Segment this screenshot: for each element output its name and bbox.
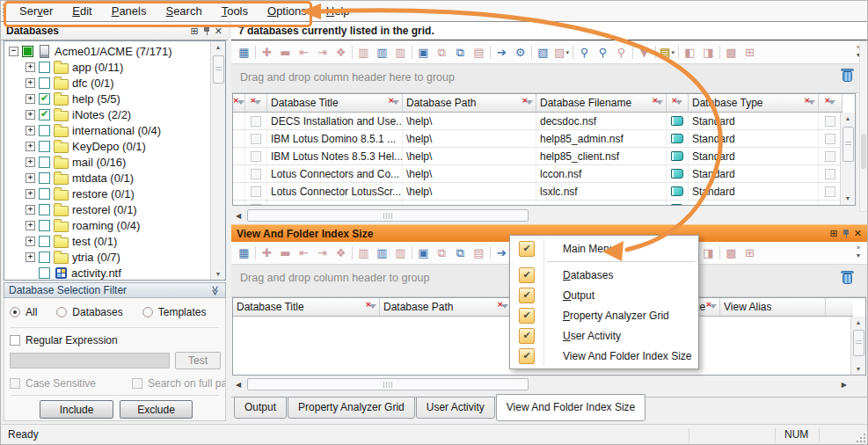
tree-item[interactable]: iNotes (2/2) — [4, 106, 225, 122]
tree-expander-icon[interactable] — [26, 237, 35, 246]
column-header-database-filename[interactable]: Database Filename — [536, 94, 667, 112]
row-checkbox[interactable] — [251, 134, 261, 144]
column-header-database-title[interactable]: Database Title — [267, 94, 403, 112]
tree-expander-icon[interactable] — [26, 157, 35, 167]
row-checkbox[interactable] — [251, 204, 261, 207]
export-icon[interactable]: ➔ ▾ — [493, 244, 510, 261]
database-manager-icon[interactable]: ▦ ▾ — [236, 44, 252, 61]
column-filter-icon[interactable] — [804, 98, 816, 108]
context-menu-item[interactable]: ✔ User Activity — [510, 325, 698, 346]
scroll-up-arrow[interactable]: ▲ — [851, 319, 865, 325]
scroll-thumb[interactable] — [213, 55, 224, 84]
column-header[interactable] — [245, 94, 267, 112]
expand-columns-icon[interactable]: ◨ ▾ — [700, 244, 717, 261]
tree-expander-icon[interactable] — [26, 189, 35, 199]
radio-icon[interactable] — [10, 307, 20, 317]
freeze-left-column-icon[interactable]: ▥ ▾ — [355, 244, 372, 261]
grid-horizontal-scrollbar[interactable]: ◀ ▶ — [232, 377, 866, 392]
dropdown-caret-icon[interactable]: ▾ — [565, 49, 569, 56]
export-settings-icon[interactable]: ⚙ ▾ — [512, 44, 529, 61]
row-checkbox[interactable] — [825, 151, 835, 162]
close-icon[interactable]: ✕ — [854, 229, 862, 238]
column-header[interactable] — [667, 94, 689, 112]
grid-horizontal-scrollbar[interactable]: ◀ — [232, 208, 856, 223]
exclude-button[interactable]: Exclude — [120, 400, 193, 419]
grid-vertical-scrollbar[interactable]: ▲ ▼ — [840, 113, 855, 205]
tree-expander-icon[interactable] — [26, 173, 35, 183]
tree-expander-icon[interactable] — [26, 78, 35, 88]
cell-selection-icon[interactable]: ▣ ▾ — [415, 244, 432, 261]
scroll-right-arrow[interactable]: ▶ — [842, 381, 847, 389]
tree-expander-icon[interactable] — [26, 126, 35, 135]
column-header-database-path[interactable]: Database Path — [403, 94, 536, 112]
expand-columns-icon[interactable]: ◨ ▾ — [700, 44, 717, 61]
append-to-grid-icon[interactable]: ⇥ ▾ — [314, 44, 331, 61]
context-menu-item[interactable]: ✔ Databases — [510, 265, 698, 285]
append-to-grid-icon[interactable]: ⇥ ▾ — [314, 244, 331, 261]
tree-item[interactable]: roaming (0/4) — [4, 217, 225, 233]
add-to-grid-icon[interactable]: ✚ ▾ — [259, 244, 275, 261]
column-header[interactable] — [819, 94, 842, 112]
tree-item[interactable]: ytria (0/7) — [4, 249, 225, 265]
filter-radio[interactable]: All — [10, 306, 37, 318]
scroll-left-arrow[interactable]: ◀ — [236, 212, 241, 220]
row-checkbox[interactable] — [251, 116, 261, 127]
scroll-down-arrow[interactable]: ▼ — [211, 271, 225, 277]
menu-checkbox-checked[interactable]: ✔ — [519, 328, 535, 344]
column-header-database-type[interactable]: Database Type — [689, 94, 819, 112]
copy-options-icon[interactable]: ▤ ▾ — [470, 244, 487, 261]
send-to-grid-icon[interactable]: ⇤ ▾ — [295, 44, 312, 61]
column-filter-icon[interactable] — [522, 98, 534, 108]
remove-from-grid-icon[interactable]: ▬ ▾ — [277, 244, 294, 261]
filter-panel-header[interactable]: Database Selection Filter ≫ — [4, 282, 226, 298]
highlight-column-icon[interactable]: ▥ ▾ — [374, 244, 390, 261]
regex-checkbox-row[interactable]: Regular Expression — [10, 334, 118, 347]
tree-checkbox[interactable] — [39, 236, 50, 247]
case-sensitive-row[interactable]: Case Sensitive — [10, 377, 96, 390]
right-pane-scrollbar[interactable] — [859, 41, 868, 212]
scroll-thumb[interactable] — [247, 209, 529, 222]
pin-icon[interactable] — [842, 229, 850, 239]
panel-tab[interactable]: User Activity — [416, 397, 495, 419]
trash-icon[interactable] — [841, 68, 854, 83]
tree-item[interactable]: test (0/1) — [4, 233, 225, 249]
scroll-up-arrow[interactable]: ▲ — [841, 115, 855, 121]
expand-panel-icon[interactable]: ⊞ — [830, 229, 838, 238]
dropdown-caret-icon[interactable]: ▾ — [671, 49, 675, 56]
filter-radio[interactable]: Templates — [142, 306, 207, 318]
grid-vertical-scrollbar[interactable]: ▲ ▼ — [850, 317, 865, 375]
scroll-thumb[interactable] — [861, 134, 866, 169]
tree-checkbox[interactable] — [39, 93, 50, 105]
tree-checkbox[interactable] — [39, 141, 50, 152]
tree-expander-icon[interactable] — [26, 252, 35, 262]
column-header[interactable] — [233, 94, 245, 112]
row-checkbox[interactable] — [251, 151, 261, 162]
grid-export-icon[interactable]: ▩ ▾ — [723, 44, 740, 61]
tree-item[interactable]: app (0/11) — [4, 59, 225, 75]
regex-checkbox[interactable] — [10, 335, 20, 346]
tree-item[interactable]: restore (0/1) — [4, 186, 225, 201]
scroll-thumb[interactable] — [842, 127, 854, 162]
tree-item[interactable]: KeyDepo (0/1) — [4, 138, 225, 154]
menu-item[interactable]: Help — [317, 2, 360, 20]
grid-layout-icon[interactable]: ▨ ▾ — [553, 44, 570, 61]
pin-icon[interactable] — [203, 26, 210, 36]
remove-from-grid-icon[interactable]: ▬ ▾ — [277, 44, 294, 61]
copy-options-icon[interactable]: ▤ ▾ — [470, 44, 487, 61]
filter-radio[interactable]: Databases — [56, 306, 122, 318]
freeze-left-column-icon[interactable]: ▥ ▾ — [355, 44, 372, 61]
copy-table-icon[interactable]: ⧉ ▾ — [452, 44, 469, 61]
table-row[interactable]: Lotus Connector LotusScr... \help\ lsxlc… — [233, 183, 842, 201]
context-menu-item[interactable]: ✔ View And Folder Index Size — [510, 346, 698, 366]
full-path-checkbox[interactable] — [132, 378, 142, 389]
tree-expander-icon[interactable] — [26, 62, 35, 72]
grid-import-icon[interactable]: ⊞ ▾ — [741, 244, 758, 261]
column-header-view-alias[interactable]: View Alias — [720, 298, 826, 316]
tree-checkbox[interactable] — [39, 204, 50, 215]
scroll-down-arrow[interactable]: ▼ — [841, 195, 855, 201]
grid-settings-icon[interactable]: ▧ ▾ — [535, 44, 551, 61]
row-checkbox[interactable] — [825, 134, 835, 144]
row-checkbox[interactable] — [825, 186, 835, 197]
expand-panel-icon[interactable]: ⊞ — [191, 26, 199, 36]
diagram-icon[interactable]: ❖ ▾ — [332, 244, 349, 261]
